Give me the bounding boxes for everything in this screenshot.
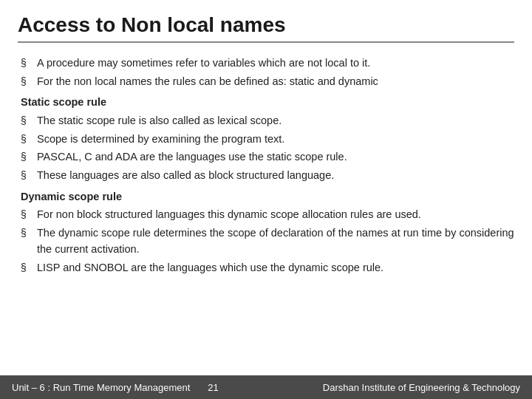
bullet-symbol: § — [21, 74, 34, 90]
dynamic-bullets: § For non block structured languages thi… — [18, 206, 514, 276]
bullet-text: For non block structured languages this … — [37, 206, 514, 222]
bullet-symbol: § — [21, 55, 34, 72]
bullet-text: LISP and SNOBOL are the languages which … — [37, 259, 514, 276]
bullet-text: The dynamic scope rule determines the sc… — [37, 225, 514, 258]
bullet-symbol: § — [21, 149, 34, 166]
footer-institute: Darshan Institute of Engineering & Techn… — [323, 382, 520, 393]
bullet-item: § The dynamic scope rule determines the … — [18, 225, 514, 258]
content-area: § A procedure may sometimes refer to var… — [18, 55, 514, 369]
bullet-symbol: § — [21, 113, 34, 129]
bullet-symbol: § — [21, 207, 34, 223]
slide-container: Access to Non local names § A procedure … — [0, 0, 532, 399]
footer: Unit – 6 : Run Time Memory Management 21… — [0, 375, 532, 399]
bullet-symbol: § — [21, 168, 34, 184]
bullet-item: § Scope is determined by examining the p… — [18, 131, 514, 148]
bullet-symbol: § — [21, 225, 34, 242]
bullet-text: The static scope rule is also called as … — [37, 112, 514, 129]
bullet-item: § For non block structured languages thi… — [18, 206, 514, 223]
static-bullets: § The static scope rule is also called a… — [18, 112, 514, 184]
bullet-item: § A procedure may sometimes refer to var… — [18, 55, 514, 72]
bullet-symbol: § — [21, 260, 34, 276]
bullet-item: § For the non local names the rules can … — [18, 73, 514, 90]
static-scope-heading: Static scope rule — [18, 94, 514, 110]
bullet-item: § These languages are also called as blo… — [18, 167, 514, 184]
footer-page: 21 — [208, 382, 218, 393]
bullet-text: PASCAL, C and ADA are the languages use … — [37, 149, 514, 165]
bullet-text: Scope is determined by examining the pro… — [37, 131, 514, 147]
bullet-text: A procedure may sometimes refer to varia… — [37, 55, 514, 71]
bullet-item: § The static scope rule is also called a… — [18, 112, 514, 129]
dynamic-scope-heading: Dynamic scope rule — [18, 188, 514, 205]
bullet-symbol: § — [21, 132, 34, 148]
footer-left: Unit – 6 : Run Time Memory Management 21 — [12, 382, 219, 393]
slide-title: Access to Non local names — [18, 13, 514, 43]
bullet-text: These languages are also called as block… — [37, 167, 514, 183]
intro-bullets: § A procedure may sometimes refer to var… — [18, 55, 514, 89]
bullet-item: § LISP and SNOBOL are the languages whic… — [18, 259, 514, 276]
bullet-text: For the non local names the rules can be… — [37, 73, 514, 89]
bullet-item: § PASCAL, C and ADA are the languages us… — [18, 149, 514, 166]
footer-unit: Unit – 6 : Run Time Memory Management — [12, 382, 190, 393]
